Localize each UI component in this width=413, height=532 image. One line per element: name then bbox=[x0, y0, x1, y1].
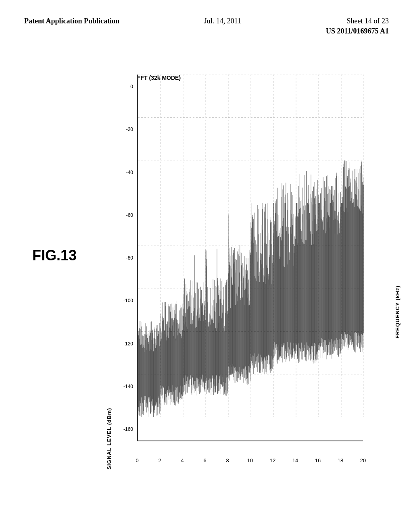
page-header: Patent Application Publication Jul. 14, … bbox=[0, 0, 413, 44]
svg-text:SIGNAL LEVEL (dBm): SIGNAL LEVEL (dBm) bbox=[106, 408, 112, 470]
publication-date: Jul. 14, 2011 bbox=[204, 16, 241, 26]
x-label: 16 bbox=[315, 457, 321, 463]
patent-number: US 2011/0169675 A1 bbox=[326, 26, 389, 36]
x-label: 12 bbox=[270, 457, 275, 463]
y-label: 0 bbox=[130, 84, 133, 89]
x-label: 20 bbox=[360, 457, 366, 463]
y-label: -140 bbox=[123, 384, 133, 389]
y-label: -120 bbox=[123, 341, 133, 347]
x-label: 14 bbox=[292, 457, 298, 463]
svg-text:FREQUENCY (kHz): FREQUENCY (kHz) bbox=[394, 285, 400, 339]
x-label: 2 bbox=[158, 457, 161, 463]
chart-plot-area bbox=[137, 75, 363, 441]
y-label: -80 bbox=[126, 255, 133, 261]
x-label: 18 bbox=[338, 457, 343, 463]
x-label: 10 bbox=[247, 457, 253, 463]
y-label: -160 bbox=[123, 426, 133, 432]
figure-label: FIG.13 bbox=[32, 247, 77, 264]
x-label: 6 bbox=[203, 457, 206, 463]
y-label: -60 bbox=[126, 212, 133, 218]
sheet-info: Sheet 14 of 23 bbox=[347, 16, 389, 26]
chart-container: FFT (32k MODE) 0-20-40-60-80-100-120-140… bbox=[105, 62, 387, 498]
y-label: -100 bbox=[123, 298, 133, 303]
x-axis-title-container: FREQUENCY (kHz) bbox=[379, 75, 399, 441]
y-label: -20 bbox=[126, 127, 133, 132]
y-label: -40 bbox=[126, 170, 133, 175]
x-label: 0 bbox=[136, 457, 138, 463]
publication-title: Patent Application Publication bbox=[24, 16, 119, 26]
x-axis-labels: 02468101214161820 bbox=[137, 457, 363, 470]
x-label: 8 bbox=[226, 457, 229, 463]
x-label: 4 bbox=[181, 457, 184, 463]
